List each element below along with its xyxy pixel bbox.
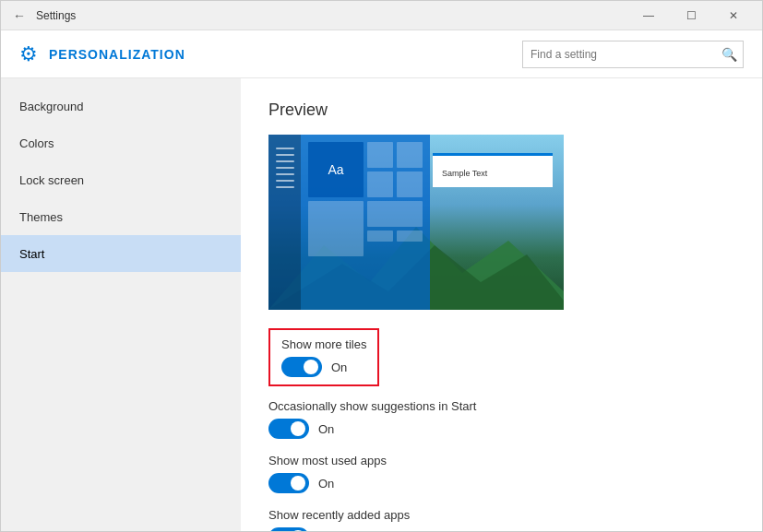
back-button[interactable]: ←	[8, 5, 30, 27]
minimize-button[interactable]: —	[627, 1, 670, 30]
search-input[interactable]	[523, 48, 715, 61]
app-header: ⚙ PERSONALIZATION 🔍	[1, 30, 762, 78]
show-more-tiles-state: On	[331, 361, 347, 374]
show-more-tiles-row: On	[281, 357, 366, 377]
search-icon[interactable]: 🔍	[715, 41, 743, 68]
tile-3	[367, 171, 393, 197]
main-content: Preview	[241, 78, 762, 531]
show-more-tiles-toggle[interactable]	[281, 357, 322, 377]
most-used-setting: Show most used apps On	[268, 454, 734, 493]
suggestions-state: On	[318, 422, 334, 436]
recently-added-row: On	[268, 527, 734, 531]
most-used-label: Show most used apps	[268, 454, 734, 467]
maximize-button[interactable]: ☐	[670, 1, 712, 30]
gear-icon: ⚙	[19, 42, 38, 66]
start-panel-left	[268, 135, 301, 310]
sidebar-item-start[interactable]: Start	[1, 235, 241, 272]
suggestions-toggle[interactable]	[268, 419, 309, 439]
sidebar-item-lock-screen[interactable]: Lock screen	[1, 161, 241, 198]
preview-image: Aa	[268, 135, 564, 310]
suggestions-label: Occasionally show suggestions in Start	[268, 399, 734, 413]
preview-title: Preview	[268, 100, 734, 120]
page-title: PERSONALIZATION	[49, 47, 522, 62]
titlebar: ← Settings — ☐ ✕	[1, 1, 762, 30]
tile-4	[397, 171, 423, 197]
settings-window: ← Settings — ☐ ✕ ⚙ PERSONALIZATION 🔍 Bac…	[0, 0, 763, 532]
tile-row-2b	[367, 231, 423, 242]
tile-aa: Aa	[308, 142, 364, 197]
menu-line-1	[276, 148, 294, 149]
tile-row-1b	[367, 171, 423, 197]
show-more-tiles-highlight: Show more tiles On	[268, 328, 379, 386]
suggestions-row: On	[268, 419, 734, 439]
menu-line-5	[276, 173, 294, 175]
tile-8	[397, 231, 423, 242]
tile-row-1: Aa	[308, 142, 423, 197]
sidebar: Background Colors Lock screen Themes Sta…	[1, 78, 241, 531]
tiles-area: Aa	[301, 135, 430, 310]
tile-col-right	[367, 142, 423, 197]
menu-line-7	[276, 186, 294, 188]
start-panel: Aa	[268, 135, 430, 310]
sidebar-item-themes[interactable]: Themes	[1, 198, 241, 235]
suggestions-setting: Occasionally show suggestions in Start O…	[268, 399, 734, 439]
most-used-row: On	[268, 473, 734, 493]
sample-text-label: Sample Text	[442, 169, 487, 178]
recently-added-setting: Show recently added apps On	[268, 508, 734, 531]
sample-text-box: Sample Text	[433, 153, 553, 187]
recently-added-label: Show recently added apps	[268, 508, 734, 522]
menu-line-2	[276, 154, 294, 156]
tile-row-1a	[367, 142, 423, 168]
show-more-tiles-label: Show more tiles	[281, 337, 366, 351]
tile-5	[308, 201, 364, 256]
content-area: Background Colors Lock screen Themes Sta…	[1, 78, 762, 531]
tile-row-2	[308, 201, 423, 256]
menu-line-3	[276, 160, 294, 162]
menu-line-4	[276, 167, 294, 169]
window-controls: — ☐ ✕	[627, 1, 755, 30]
start-panel-inner: Aa	[268, 135, 430, 310]
tile-6	[367, 201, 423, 227]
search-box[interactable]: 🔍	[522, 41, 744, 68]
recently-added-state: On	[318, 531, 334, 532]
recently-added-toggle[interactable]	[268, 527, 309, 531]
close-button[interactable]: ✕	[712, 1, 755, 30]
tile-7	[367, 231, 393, 242]
tile-2	[397, 142, 423, 168]
tile-1	[367, 142, 393, 168]
titlebar-title: Settings	[36, 9, 627, 22]
sidebar-item-background[interactable]: Background	[1, 88, 241, 124]
most-used-toggle[interactable]	[268, 473, 309, 493]
sidebar-item-colors[interactable]: Colors	[1, 124, 241, 161]
menu-line-6	[276, 180, 294, 182]
tile-col-2	[367, 201, 423, 256]
most-used-state: On	[318, 477, 334, 491]
